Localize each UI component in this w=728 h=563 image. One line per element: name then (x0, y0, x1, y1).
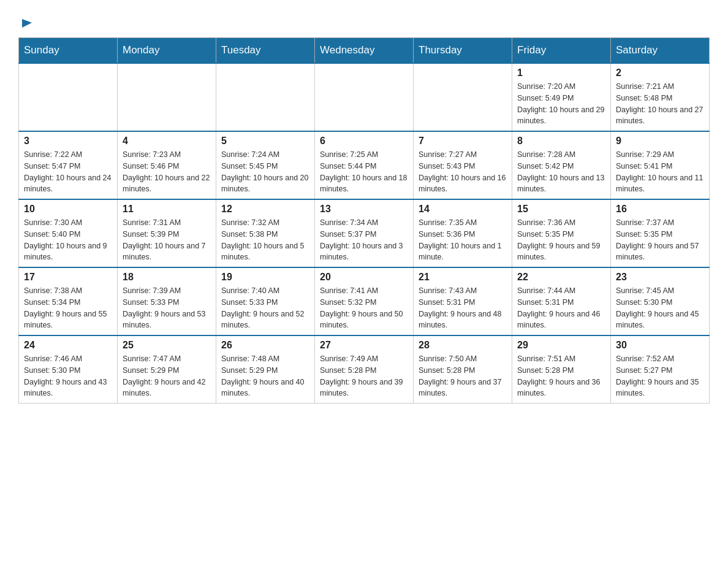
day-info: Sunrise: 7:21 AMSunset: 5:48 PMDaylight:… (616, 81, 704, 127)
day-number: 9 (616, 136, 704, 147)
day-info: Sunrise: 7:27 AMSunset: 5:43 PMDaylight:… (419, 149, 507, 195)
week-row-4: 17Sunrise: 7:38 AMSunset: 5:34 PMDayligh… (19, 267, 710, 335)
calendar-cell: 29Sunrise: 7:51 AMSunset: 5:28 PMDayligh… (512, 335, 611, 404)
calendar-cell: 26Sunrise: 7:48 AMSunset: 5:29 PMDayligh… (216, 335, 315, 404)
day-number: 26 (221, 340, 309, 351)
day-number: 23 (616, 272, 704, 283)
day-info: Sunrise: 7:39 AMSunset: 5:33 PMDaylight:… (123, 285, 211, 331)
day-number: 5 (221, 136, 309, 147)
calendar-cell (19, 63, 118, 131)
calendar-cell: 24Sunrise: 7:46 AMSunset: 5:30 PMDayligh… (19, 335, 118, 404)
calendar-cell: 13Sunrise: 7:34 AMSunset: 5:37 PMDayligh… (315, 199, 414, 267)
day-number: 7 (419, 136, 507, 147)
calendar-cell: 6Sunrise: 7:25 AMSunset: 5:44 PMDaylight… (315, 131, 414, 199)
day-number: 15 (517, 204, 605, 215)
week-row-1: 1Sunrise: 7:20 AMSunset: 5:49 PMDaylight… (19, 63, 710, 131)
day-number: 22 (517, 272, 605, 283)
calendar-cell: 10Sunrise: 7:30 AMSunset: 5:40 PMDayligh… (19, 199, 118, 267)
day-info: Sunrise: 7:41 AMSunset: 5:32 PMDaylight:… (320, 285, 408, 331)
day-info: Sunrise: 7:50 AMSunset: 5:28 PMDaylight:… (419, 353, 507, 399)
weekday-header-monday: Monday (118, 38, 216, 64)
calendar-cell: 14Sunrise: 7:35 AMSunset: 5:36 PMDayligh… (414, 199, 512, 267)
day-number: 8 (517, 136, 605, 147)
calendar-cell: 19Sunrise: 7:40 AMSunset: 5:33 PMDayligh… (216, 267, 315, 335)
day-info: Sunrise: 7:22 AMSunset: 5:47 PMDaylight:… (24, 149, 112, 195)
day-info: Sunrise: 7:29 AMSunset: 5:41 PMDaylight:… (616, 149, 704, 195)
day-number: 16 (616, 204, 704, 215)
calendar-cell: 1Sunrise: 7:20 AMSunset: 5:49 PMDaylight… (512, 63, 611, 131)
svg-marker-0 (22, 19, 32, 28)
day-number: 17 (24, 272, 112, 283)
calendar-cell: 12Sunrise: 7:32 AMSunset: 5:38 PMDayligh… (216, 199, 315, 267)
calendar-cell: 15Sunrise: 7:36 AMSunset: 5:35 PMDayligh… (512, 199, 611, 267)
weekday-header-wednesday: Wednesday (315, 38, 414, 64)
day-number: 20 (320, 272, 408, 283)
day-info: Sunrise: 7:37 AMSunset: 5:35 PMDaylight:… (616, 217, 704, 263)
day-info: Sunrise: 7:38 AMSunset: 5:34 PMDaylight:… (24, 285, 112, 331)
day-number: 10 (24, 204, 112, 215)
calendar-cell: 2Sunrise: 7:21 AMSunset: 5:48 PMDaylight… (611, 63, 710, 131)
calendar-cell: 3Sunrise: 7:22 AMSunset: 5:47 PMDaylight… (19, 131, 118, 199)
day-number: 12 (221, 204, 309, 215)
page-header (18, 12, 710, 31)
calendar-cell: 30Sunrise: 7:52 AMSunset: 5:27 PMDayligh… (611, 335, 710, 404)
calendar-cell: 5Sunrise: 7:24 AMSunset: 5:45 PMDaylight… (216, 131, 315, 199)
day-number: 13 (320, 204, 408, 215)
day-info: Sunrise: 7:31 AMSunset: 5:39 PMDaylight:… (123, 217, 211, 263)
day-number: 30 (616, 340, 704, 351)
weekday-header-tuesday: Tuesday (216, 38, 315, 64)
day-info: Sunrise: 7:47 AMSunset: 5:29 PMDaylight:… (123, 353, 211, 399)
day-info: Sunrise: 7:36 AMSunset: 5:35 PMDaylight:… (517, 217, 605, 263)
calendar-cell: 21Sunrise: 7:43 AMSunset: 5:31 PMDayligh… (414, 267, 512, 335)
day-info: Sunrise: 7:32 AMSunset: 5:38 PMDaylight:… (221, 217, 309, 263)
day-number: 1 (517, 67, 605, 79)
calendar-table: SundayMondayTuesdayWednesdayThursdayFrid… (18, 37, 710, 404)
day-info: Sunrise: 7:28 AMSunset: 5:42 PMDaylight:… (517, 149, 605, 195)
calendar-cell: 4Sunrise: 7:23 AMSunset: 5:46 PMDaylight… (118, 131, 216, 199)
day-info: Sunrise: 7:24 AMSunset: 5:45 PMDaylight:… (221, 149, 309, 195)
day-number: 29 (517, 340, 605, 351)
calendar-cell: 27Sunrise: 7:49 AMSunset: 5:28 PMDayligh… (315, 335, 414, 404)
day-number: 4 (123, 136, 211, 147)
weekday-header-row: SundayMondayTuesdayWednesdayThursdayFrid… (19, 38, 710, 64)
weekday-header-thursday: Thursday (414, 38, 512, 64)
day-info: Sunrise: 7:43 AMSunset: 5:31 PMDaylight:… (419, 285, 507, 331)
week-row-5: 24Sunrise: 7:46 AMSunset: 5:30 PMDayligh… (19, 335, 710, 404)
calendar-cell: 25Sunrise: 7:47 AMSunset: 5:29 PMDayligh… (118, 335, 216, 404)
day-info: Sunrise: 7:51 AMSunset: 5:28 PMDaylight:… (517, 353, 605, 399)
logo (18, 15, 33, 31)
week-row-3: 10Sunrise: 7:30 AMSunset: 5:40 PMDayligh… (19, 199, 710, 267)
day-info: Sunrise: 7:40 AMSunset: 5:33 PMDaylight:… (221, 285, 309, 331)
day-info: Sunrise: 7:49 AMSunset: 5:28 PMDaylight:… (320, 353, 408, 399)
calendar-cell: 17Sunrise: 7:38 AMSunset: 5:34 PMDayligh… (19, 267, 118, 335)
calendar-cell: 9Sunrise: 7:29 AMSunset: 5:41 PMDaylight… (611, 131, 710, 199)
day-info: Sunrise: 7:34 AMSunset: 5:37 PMDaylight:… (320, 217, 408, 263)
day-number: 27 (320, 340, 408, 351)
day-number: 6 (320, 136, 408, 147)
day-info: Sunrise: 7:23 AMSunset: 5:46 PMDaylight:… (123, 149, 211, 195)
calendar-cell: 28Sunrise: 7:50 AMSunset: 5:28 PMDayligh… (414, 335, 512, 404)
calendar-cell: 16Sunrise: 7:37 AMSunset: 5:35 PMDayligh… (611, 199, 710, 267)
calendar-cell: 22Sunrise: 7:44 AMSunset: 5:31 PMDayligh… (512, 267, 611, 335)
calendar-cell: 8Sunrise: 7:28 AMSunset: 5:42 PMDaylight… (512, 131, 611, 199)
day-number: 21 (419, 272, 507, 283)
day-info: Sunrise: 7:20 AMSunset: 5:49 PMDaylight:… (517, 81, 605, 127)
day-info: Sunrise: 7:46 AMSunset: 5:30 PMDaylight:… (24, 353, 112, 399)
day-info: Sunrise: 7:52 AMSunset: 5:27 PMDaylight:… (616, 353, 704, 399)
day-info: Sunrise: 7:30 AMSunset: 5:40 PMDaylight:… (24, 217, 112, 263)
day-info: Sunrise: 7:45 AMSunset: 5:30 PMDaylight:… (616, 285, 704, 331)
calendar-cell (118, 63, 216, 131)
calendar-cell: 18Sunrise: 7:39 AMSunset: 5:33 PMDayligh… (118, 267, 216, 335)
calendar-cell: 11Sunrise: 7:31 AMSunset: 5:39 PMDayligh… (118, 199, 216, 267)
day-number: 11 (123, 204, 211, 215)
logo-triangle-icon (21, 17, 33, 31)
calendar-cell (414, 63, 512, 131)
calendar-cell: 7Sunrise: 7:27 AMSunset: 5:43 PMDaylight… (414, 131, 512, 199)
week-row-2: 3Sunrise: 7:22 AMSunset: 5:47 PMDaylight… (19, 131, 710, 199)
day-number: 14 (419, 204, 507, 215)
day-number: 3 (24, 136, 112, 147)
day-number: 28 (419, 340, 507, 351)
day-number: 19 (221, 272, 309, 283)
day-number: 18 (123, 272, 211, 283)
day-info: Sunrise: 7:44 AMSunset: 5:31 PMDaylight:… (517, 285, 605, 331)
